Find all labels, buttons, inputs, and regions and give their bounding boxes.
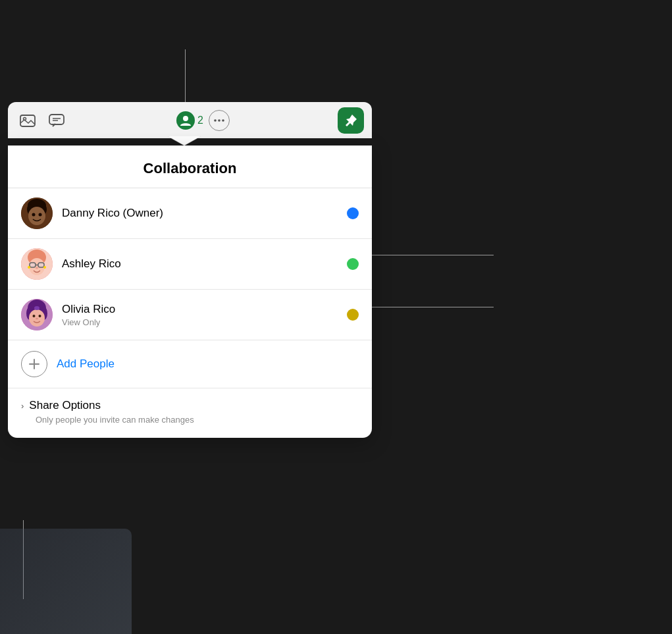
ashley-status-dot <box>347 258 359 270</box>
add-people-label: Add People <box>57 357 115 371</box>
avatar-olivia <box>21 299 53 330</box>
more-button[interactable] <box>209 110 230 131</box>
svg-point-31 <box>39 315 41 317</box>
person-row-danny[interactable]: Danny Rico (Owner) <box>8 188 372 239</box>
share-options-title: › Share Options <box>21 399 359 412</box>
bottom-photo <box>0 529 132 634</box>
ashley-info: Ashley Rico <box>62 257 347 271</box>
share-options-subtitle: Only people you invite can make changes <box>21 415 359 425</box>
toolbar: 2 <box>8 102 372 138</box>
add-people-row[interactable]: Add People <box>8 340 372 388</box>
olivia-name: Olivia Rico <box>62 303 347 316</box>
svg-point-33 <box>34 306 39 310</box>
chat-icon[interactable] <box>45 109 68 132</box>
svg-point-15 <box>39 213 42 217</box>
svg-point-8 <box>222 119 224 122</box>
images-icon[interactable] <box>16 109 39 132</box>
olivia-status-dot <box>347 309 359 321</box>
collab-count: 2 <box>197 115 203 126</box>
svg-point-24 <box>43 266 46 269</box>
ashley-name: Ashley Rico <box>62 257 347 271</box>
popover-title: Collaboration <box>8 145 372 188</box>
svg-point-22 <box>36 267 38 269</box>
add-circle-icon <box>21 351 47 377</box>
person-row-olivia[interactable]: Olivia Rico View Only <box>8 290 372 340</box>
svg-point-5 <box>183 116 188 121</box>
share-options-row[interactable]: › Share Options Only people you invite c… <box>8 388 372 438</box>
svg-point-32 <box>36 318 38 320</box>
svg-point-23 <box>28 266 30 269</box>
pin-button[interactable] <box>338 107 364 134</box>
svg-point-13 <box>28 207 45 225</box>
person-row-ashley[interactable]: Ashley Rico <box>8 239 372 290</box>
collaboration-button[interactable]: 2 <box>176 111 203 130</box>
olivia-info: Olivia Rico View Only <box>62 303 347 327</box>
avatar-danny <box>21 198 53 229</box>
svg-rect-2 <box>49 115 64 124</box>
svg-point-30 <box>33 315 36 317</box>
chevron-right-icon: › <box>21 401 24 411</box>
danny-name: Danny Rico (Owner) <box>62 207 347 220</box>
collaboration-popover: Collaboration Danny Rico (Owner) <box>8 145 372 438</box>
svg-point-6 <box>214 119 217 122</box>
danny-info: Danny Rico (Owner) <box>62 207 347 220</box>
olivia-role: View Only <box>62 317 347 327</box>
collab-avatar <box>176 111 195 130</box>
danny-status-dot <box>347 207 359 219</box>
svg-point-7 <box>218 119 220 122</box>
svg-rect-19 <box>30 263 36 267</box>
svg-point-14 <box>32 213 36 217</box>
avatar-ashley <box>21 248 53 280</box>
svg-rect-20 <box>38 263 44 267</box>
